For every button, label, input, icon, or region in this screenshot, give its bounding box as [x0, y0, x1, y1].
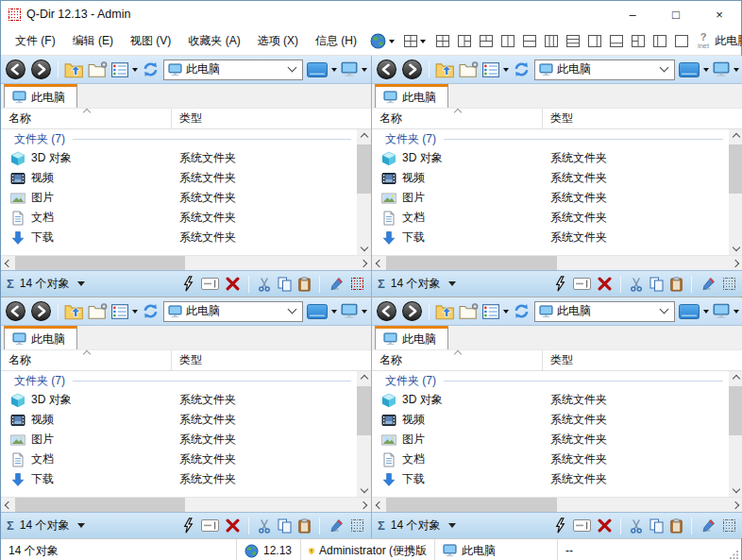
layout-three-columns-icon[interactable] — [545, 35, 558, 47]
active-pane-indicator-icon[interactable] — [723, 278, 735, 290]
delete-button[interactable] — [598, 277, 612, 291]
file-row[interactable]: 视频 系统文件夹 — [1, 410, 357, 430]
file-row[interactable]: 视频 系统文件夹 — [372, 168, 729, 188]
rename-button[interactable] — [201, 278, 219, 290]
paste-button[interactable] — [670, 277, 683, 292]
flash-actions-button[interactable] — [182, 518, 194, 534]
monitor-view-button[interactable] — [341, 61, 358, 77]
magic-rename-button[interactable]: ** — [329, 518, 345, 534]
column-type[interactable]: 类型 — [172, 109, 371, 128]
scroll-up-icon[interactable] — [360, 133, 367, 141]
file-row[interactable]: 图片 系统文件夹 — [372, 188, 729, 208]
view-mode-dropdown-icon[interactable] — [132, 310, 138, 314]
count-dropdown-icon[interactable] — [448, 523, 456, 528]
folder-up-button[interactable] — [64, 61, 84, 78]
column-type[interactable]: 类型 — [172, 350, 371, 370]
copy-button[interactable] — [649, 277, 664, 292]
flash-actions-button[interactable] — [554, 276, 566, 292]
layout-two-rows-wide-top-icon[interactable] — [610, 35, 623, 47]
menu-this-pc[interactable]: 此电脑 — [715, 33, 742, 49]
scroll-up-icon[interactable] — [732, 133, 739, 141]
forward-button[interactable] — [30, 59, 52, 80]
language-globe-button[interactable] — [365, 27, 399, 55]
view-mode-dropdown-icon[interactable] — [503, 68, 509, 72]
back-button[interactable] — [5, 300, 26, 322]
horizontal-scrollbar[interactable] — [372, 497, 742, 512]
menu-info[interactable]: 信息 (H) — [307, 27, 365, 55]
status-location[interactable]: 此电脑 — [435, 539, 558, 560]
cut-button[interactable] — [258, 277, 271, 292]
desktop-view-dropdown-icon[interactable] — [703, 68, 709, 72]
back-button[interactable] — [376, 300, 397, 322]
monitor-view-dropdown-icon[interactable] — [362, 68, 367, 72]
view-mode-button[interactable] — [482, 62, 499, 77]
scroll-left-icon[interactable] — [5, 501, 12, 509]
file-row[interactable]: 下载 系统文件夹 — [1, 228, 357, 247]
count-dropdown-icon[interactable] — [77, 523, 85, 528]
file-row[interactable]: 图片 系统文件夹 — [372, 430, 729, 450]
column-name[interactable]: 名称 — [372, 109, 543, 128]
desktop-view-dropdown-icon[interactable] — [331, 68, 337, 72]
forward-button[interactable] — [401, 300, 423, 322]
layout-top-split-icon[interactable] — [480, 35, 493, 47]
file-row[interactable]: 文档 系统文件夹 — [372, 208, 729, 228]
refresh-button[interactable] — [142, 60, 160, 78]
minimize-button[interactable]: – — [611, 1, 654, 27]
vertical-scrollbar[interactable] — [729, 129, 742, 255]
scroll-left-icon[interactable] — [376, 260, 383, 267]
address-dropdown-icon[interactable] — [288, 63, 297, 73]
scroll-right-icon[interactable] — [360, 501, 367, 509]
layout-selector-button[interactable] — [399, 27, 430, 55]
refresh-button[interactable] — [513, 60, 531, 78]
delete-button[interactable] — [226, 518, 240, 533]
layout-quad-left-split-icon[interactable] — [632, 35, 645, 47]
cut-button[interactable] — [630, 518, 643, 534]
scroll-down-icon[interactable] — [732, 244, 739, 251]
new-folder-button[interactable] — [88, 303, 108, 320]
column-name[interactable]: 名称 — [372, 350, 543, 370]
paste-button[interactable] — [298, 518, 311, 534]
column-name[interactable]: 名称 — [1, 350, 172, 370]
file-row[interactable]: 视频 系统文件夹 — [372, 410, 729, 430]
layout-quad-icon[interactable] — [436, 35, 449, 47]
new-folder-button[interactable] — [459, 61, 479, 78]
menu-edit[interactable]: 编辑 (E) — [64, 27, 122, 55]
file-row[interactable]: 文档 系统文件夹 — [1, 208, 357, 228]
scroll-right-icon[interactable] — [732, 260, 739, 267]
address-combobox[interactable]: 此电脑 — [534, 301, 675, 322]
rename-button[interactable] — [201, 519, 219, 532]
vertical-scroll-thumb[interactable] — [357, 144, 371, 194]
horizontal-scrollbar[interactable] — [372, 255, 742, 270]
view-mode-button[interactable] — [482, 304, 499, 319]
horizontal-scrollbar[interactable] — [1, 497, 371, 512]
file-row[interactable]: 下载 系统文件夹 — [372, 228, 729, 247]
layout-two-columns-wide-left-icon[interactable] — [588, 35, 601, 47]
status-version[interactable]: 12.13 — [237, 539, 301, 560]
copy-button[interactable] — [649, 518, 664, 534]
view-mode-dropdown-icon[interactable] — [132, 68, 138, 72]
language-dropdown-icon[interactable] — [389, 40, 395, 43]
file-row[interactable]: 图片 系统文件夹 — [1, 430, 357, 450]
back-button[interactable] — [376, 59, 397, 80]
scroll-up-icon[interactable] — [732, 375, 739, 382]
horizontal-scroll-thumb[interactable] — [386, 256, 557, 270]
folder-up-button[interactable] — [435, 61, 455, 78]
address-combobox[interactable]: 此电脑 — [534, 59, 675, 80]
close-button[interactable]: × — [698, 1, 741, 27]
back-button[interactable] — [5, 59, 26, 80]
tab-this-pc[interactable]: 此电脑 — [375, 84, 448, 108]
paste-button[interactable] — [670, 518, 683, 534]
address-dropdown-icon[interactable] — [660, 63, 669, 73]
layout-two-rows-icon[interactable] — [523, 35, 536, 47]
vertical-scrollbar[interactable] — [729, 371, 742, 497]
cut-button[interactable] — [630, 277, 643, 292]
scroll-down-icon[interactable] — [360, 485, 367, 493]
file-row[interactable]: 3D 对象 系统文件夹 — [372, 148, 729, 168]
count-dropdown-icon[interactable] — [448, 281, 456, 286]
address-combobox[interactable]: 此电脑 — [163, 301, 303, 322]
menu-favorites[interactable]: 收藏夹 (A) — [179, 27, 248, 55]
refresh-button[interactable] — [513, 302, 531, 320]
file-row[interactable]: 文档 系统文件夹 — [372, 450, 729, 469]
inet-button[interactable]: ? inet — [698, 32, 709, 50]
layout-single-icon[interactable] — [675, 35, 688, 47]
